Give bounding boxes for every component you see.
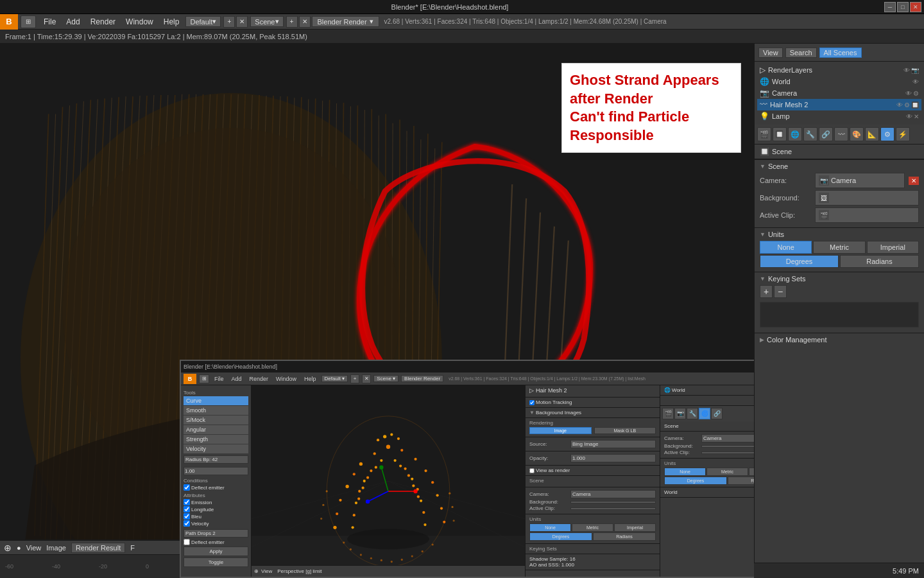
sub-units-metric[interactable]: Metric: [572, 523, 613, 532]
rp-active-clip-value[interactable]: 🎬: [815, 207, 919, 223]
scene-selector[interactable]: Scene ▾: [250, 16, 283, 27]
rp-icon-render[interactable]: 🎬: [757, 127, 771, 141]
layout-remove[interactable]: ✕: [236, 16, 248, 28]
rp-units-none[interactable]: None: [760, 241, 812, 254]
menu-window[interactable]: Window: [121, 14, 158, 30]
ol-hair-eye[interactable]: 👁: [896, 101, 903, 109]
close-button[interactable]: ✕: [910, 2, 921, 12]
titlebar-controls[interactable]: ─ □ ✕: [884, 2, 924, 12]
rp-camera-x[interactable]: ✕: [909, 177, 919, 185]
sfr-cam-value[interactable]: Camera: [701, 434, 754, 442]
particle-type-value[interactable]: Path Drops 2: [184, 529, 248, 538]
rp-background-value[interactable]: 🖼: [815, 190, 919, 206]
sub-layout-add[interactable]: +: [350, 374, 359, 383]
rp-scene-title[interactable]: ▼ Scene: [760, 162, 919, 170]
sub-layout-remove[interactable]: ✕: [362, 374, 371, 383]
rp-keying-list[interactable]: [760, 302, 919, 328]
sfr-icon-5[interactable]: 🔗: [711, 408, 723, 419]
tool-smooth[interactable]: Smooth: [184, 406, 248, 415]
sub-rendering-mask-btn[interactable]: Mask G LB: [594, 427, 656, 434]
sfr-imperial[interactable]: Imperial: [749, 468, 754, 476]
rp-camera-value[interactable]: 📷 Camera: [815, 173, 905, 188]
sfr-icon-2[interactable]: 📷: [674, 408, 686, 419]
tool-velocity[interactable]: Velocity: [184, 444, 248, 453]
menu-file[interactable]: File: [38, 14, 61, 30]
rp-units-radians[interactable]: Radians: [840, 255, 919, 268]
apply-button[interactable]: Apply: [184, 547, 248, 556]
sub-clip-value[interactable]: [570, 507, 656, 510]
rp-keying-plus[interactable]: +: [760, 285, 773, 298]
deflect-emitter-checkbox[interactable]: [184, 484, 190, 491]
ol-camera[interactable]: 📷 Camera 👁 ⚙: [757, 87, 921, 99]
ol-renderlayers-eye[interactable]: 👁: [903, 67, 910, 74]
ol-world-eye[interactable]: 👁: [912, 78, 919, 85]
sfr-metric[interactable]: Metric: [706, 468, 748, 476]
sub-expand-icon[interactable]: ▷: [529, 387, 534, 394]
rp-keying-title[interactable]: ▼ Keying Sets: [760, 275, 919, 283]
ol-hair-mesh-2[interactable]: 〰 Hair Mesh 2 👁 ⚙ 🔲: [757, 99, 921, 110]
bleu-cb[interactable]: [184, 513, 190, 520]
rp-all-scenes-tab[interactable]: All Scenes: [819, 48, 862, 58]
sub-menu-add[interactable]: Add: [229, 376, 244, 382]
menu-add[interactable]: Add: [61, 14, 85, 30]
sub-layout[interactable]: Default ▾: [321, 375, 348, 382]
editor-type-icon[interactable]: ⊞: [21, 15, 36, 28]
tl-image[interactable]: Image: [46, 544, 66, 552]
ol-hair-settings[interactable]: ⚙: [904, 101, 910, 109]
rp-icon-world[interactable]: 🌐: [788, 127, 802, 141]
sub-bg-images-row[interactable]: ▼ Background Images: [529, 410, 656, 416]
scene-add[interactable]: +: [286, 16, 298, 28]
menu-help[interactable]: Help: [158, 14, 185, 30]
rp-icon-physics[interactable]: ⚡: [896, 127, 910, 141]
rp-units-degrees[interactable]: Degrees: [760, 255, 839, 268]
sub-bg-expand[interactable]: ▼: [529, 410, 535, 416]
deflect-cb2[interactable]: [184, 539, 190, 545]
sub-scene[interactable]: Scene ▾: [373, 375, 398, 382]
velocity-attr-cb[interactable]: [184, 520, 190, 527]
sub-cam-value[interactable]: Camera: [570, 490, 656, 498]
sfr-bg-value[interactable]: [701, 445, 754, 448]
ol-camera-settings[interactable]: ⚙: [913, 90, 919, 97]
sub-source-value[interactable]: Bing Image: [570, 440, 656, 448]
sub-radians[interactable]: Radians: [593, 532, 656, 541]
sub-units-none[interactable]: None: [529, 523, 571, 532]
scene-remove[interactable]: ✕: [299, 16, 311, 28]
sub-motion-tracking-row[interactable]: Motion Tracking: [529, 399, 656, 405]
toggle-button[interactable]: Toggle: [184, 557, 248, 567]
sub-units-imperial[interactable]: Imperial: [614, 523, 656, 532]
ol-camera-eye[interactable]: 👁: [905, 90, 912, 97]
sfr-radians[interactable]: Radians: [728, 477, 754, 485]
render-engine-selector[interactable]: Blender Render ▾: [312, 16, 379, 27]
rp-icon-constraints[interactable]: 🔗: [819, 127, 833, 141]
sub-rendering-image-btn[interactable]: Image: [529, 427, 592, 434]
longitude-cb[interactable]: [184, 506, 190, 512]
sfr-icon-3[interactable]: 🔧: [687, 408, 698, 419]
sfr-none[interactable]: None: [664, 468, 706, 476]
sub-bg-value[interactable]: [570, 501, 656, 504]
rp-icon-material[interactable]: 🎨: [850, 127, 864, 141]
rp-icon-scene[interactable]: 🔲: [773, 127, 787, 141]
rp-search-tab[interactable]: Search: [785, 48, 817, 58]
sub-menu-render[interactable]: Render: [247, 376, 271, 382]
sub-menu-help[interactable]: Help: [302, 376, 319, 382]
rp-icon-texture[interactable]: 📐: [865, 127, 879, 141]
sfr-degrees[interactable]: Degrees: [664, 477, 727, 485]
layout-add[interactable]: +: [223, 16, 235, 28]
tl-view[interactable]: View: [26, 544, 42, 552]
maximize-button[interactable]: □: [897, 2, 909, 12]
sub-vp-view[interactable]: View: [261, 568, 272, 574]
sub-engine[interactable]: Blender Render: [401, 375, 443, 382]
rp-color-mgmt-title[interactable]: ▶ Color Management: [760, 336, 919, 344]
minimize-button[interactable]: ─: [884, 2, 896, 12]
sub-menu-file[interactable]: File: [212, 376, 227, 382]
sub-editor-type[interactable]: ⊞: [199, 374, 209, 383]
rp-units-metric[interactable]: Metric: [813, 241, 865, 254]
sfr-clip-value[interactable]: [701, 451, 754, 454]
sub-viewport[interactable]: ⊕ View Perspective [g] limit: [252, 385, 525, 577]
ol-renderlayers[interactable]: ▷ RenderLayers 👁 📷: [757, 64, 921, 76]
rp-units-title[interactable]: ▼ Units: [760, 231, 919, 238]
sfr-icon-1[interactable]: 🎬: [662, 408, 674, 419]
sfr-icon-4[interactable]: 🌀: [699, 408, 710, 419]
sub-menu-window[interactable]: Window: [273, 376, 299, 382]
rp-icon-particles[interactable]: ⚙: [880, 127, 894, 141]
